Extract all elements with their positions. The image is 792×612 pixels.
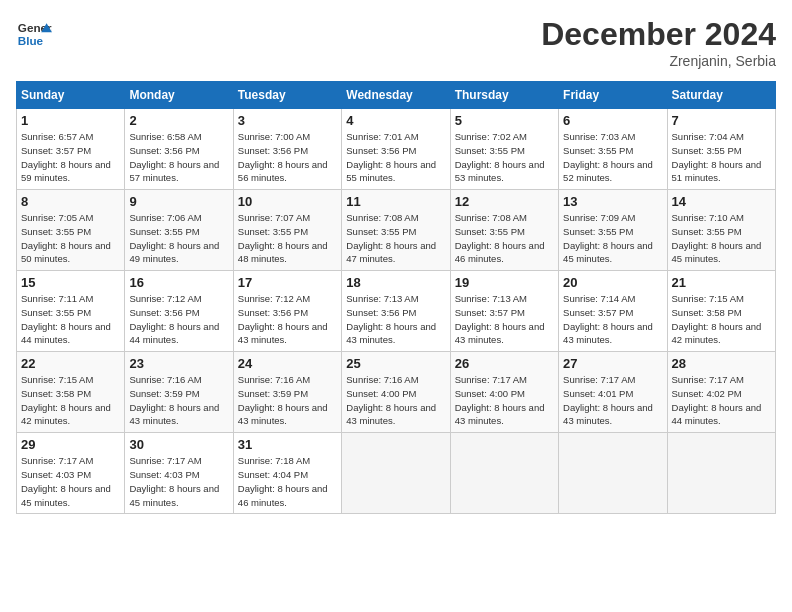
day-info: Sunrise: 7:15 AMSunset: 3:58 PMDaylight:…	[672, 292, 771, 347]
day-cell-28: 28Sunrise: 7:17 AMSunset: 4:02 PMDayligh…	[667, 352, 775, 433]
day-number: 9	[129, 194, 228, 209]
day-cell-4: 4Sunrise: 7:01 AMSunset: 3:56 PMDaylight…	[342, 109, 450, 190]
day-info: Sunrise: 7:15 AMSunset: 3:58 PMDaylight:…	[21, 373, 120, 428]
day-cell-18: 18Sunrise: 7:13 AMSunset: 3:56 PMDayligh…	[342, 271, 450, 352]
day-cell-1: 1Sunrise: 6:57 AMSunset: 3:57 PMDaylight…	[17, 109, 125, 190]
day-info: Sunrise: 7:17 AMSunset: 4:01 PMDaylight:…	[563, 373, 662, 428]
header-wednesday: Wednesday	[342, 82, 450, 109]
day-info: Sunrise: 6:57 AMSunset: 3:57 PMDaylight:…	[21, 130, 120, 185]
empty-cell	[559, 433, 667, 514]
day-cell-3: 3Sunrise: 7:00 AMSunset: 3:56 PMDaylight…	[233, 109, 341, 190]
day-info: Sunrise: 7:11 AMSunset: 3:55 PMDaylight:…	[21, 292, 120, 347]
header-monday: Monday	[125, 82, 233, 109]
day-cell-24: 24Sunrise: 7:16 AMSunset: 3:59 PMDayligh…	[233, 352, 341, 433]
day-number: 8	[21, 194, 120, 209]
day-number: 28	[672, 356, 771, 371]
day-number: 22	[21, 356, 120, 371]
day-number: 24	[238, 356, 337, 371]
empty-cell	[342, 433, 450, 514]
day-number: 18	[346, 275, 445, 290]
day-info: Sunrise: 7:18 AMSunset: 4:04 PMDaylight:…	[238, 454, 337, 509]
day-info: Sunrise: 7:03 AMSunset: 3:55 PMDaylight:…	[563, 130, 662, 185]
day-info: Sunrise: 7:12 AMSunset: 3:56 PMDaylight:…	[238, 292, 337, 347]
day-info: Sunrise: 7:13 AMSunset: 3:57 PMDaylight:…	[455, 292, 554, 347]
day-number: 3	[238, 113, 337, 128]
day-info: Sunrise: 7:14 AMSunset: 3:57 PMDaylight:…	[563, 292, 662, 347]
day-number: 16	[129, 275, 228, 290]
day-number: 11	[346, 194, 445, 209]
logo: General Blue	[16, 16, 52, 52]
day-info: Sunrise: 6:58 AMSunset: 3:56 PMDaylight:…	[129, 130, 228, 185]
week-row-2: 8Sunrise: 7:05 AMSunset: 3:55 PMDaylight…	[17, 190, 776, 271]
logo-icon: General Blue	[16, 16, 52, 52]
day-info: Sunrise: 7:16 AMSunset: 3:59 PMDaylight:…	[129, 373, 228, 428]
day-number: 5	[455, 113, 554, 128]
day-number: 12	[455, 194, 554, 209]
day-cell-25: 25Sunrise: 7:16 AMSunset: 4:00 PMDayligh…	[342, 352, 450, 433]
day-cell-17: 17Sunrise: 7:12 AMSunset: 3:56 PMDayligh…	[233, 271, 341, 352]
day-info: Sunrise: 7:17 AMSunset: 4:02 PMDaylight:…	[672, 373, 771, 428]
day-info: Sunrise: 7:17 AMSunset: 4:03 PMDaylight:…	[129, 454, 228, 509]
day-cell-20: 20Sunrise: 7:14 AMSunset: 3:57 PMDayligh…	[559, 271, 667, 352]
day-number: 26	[455, 356, 554, 371]
day-number: 27	[563, 356, 662, 371]
day-info: Sunrise: 7:06 AMSunset: 3:55 PMDaylight:…	[129, 211, 228, 266]
svg-text:Blue: Blue	[18, 34, 44, 47]
day-info: Sunrise: 7:10 AMSunset: 3:55 PMDaylight:…	[672, 211, 771, 266]
page-header: General Blue December 2024 Zrenjanin, Se…	[16, 16, 776, 69]
day-cell-6: 6Sunrise: 7:03 AMSunset: 3:55 PMDaylight…	[559, 109, 667, 190]
day-cell-15: 15Sunrise: 7:11 AMSunset: 3:55 PMDayligh…	[17, 271, 125, 352]
day-number: 2	[129, 113, 228, 128]
day-info: Sunrise: 7:08 AMSunset: 3:55 PMDaylight:…	[346, 211, 445, 266]
day-number: 21	[672, 275, 771, 290]
day-cell-14: 14Sunrise: 7:10 AMSunset: 3:55 PMDayligh…	[667, 190, 775, 271]
day-number: 19	[455, 275, 554, 290]
header-saturday: Saturday	[667, 82, 775, 109]
day-info: Sunrise: 7:04 AMSunset: 3:55 PMDaylight:…	[672, 130, 771, 185]
day-number: 23	[129, 356, 228, 371]
week-row-5: 29Sunrise: 7:17 AMSunset: 4:03 PMDayligh…	[17, 433, 776, 514]
day-cell-16: 16Sunrise: 7:12 AMSunset: 3:56 PMDayligh…	[125, 271, 233, 352]
day-cell-12: 12Sunrise: 7:08 AMSunset: 3:55 PMDayligh…	[450, 190, 558, 271]
day-info: Sunrise: 7:16 AMSunset: 4:00 PMDaylight:…	[346, 373, 445, 428]
day-cell-2: 2Sunrise: 6:58 AMSunset: 3:56 PMDaylight…	[125, 109, 233, 190]
day-cell-5: 5Sunrise: 7:02 AMSunset: 3:55 PMDaylight…	[450, 109, 558, 190]
day-info: Sunrise: 7:17 AMSunset: 4:00 PMDaylight:…	[455, 373, 554, 428]
day-number: 13	[563, 194, 662, 209]
day-cell-7: 7Sunrise: 7:04 AMSunset: 3:55 PMDaylight…	[667, 109, 775, 190]
day-cell-13: 13Sunrise: 7:09 AMSunset: 3:55 PMDayligh…	[559, 190, 667, 271]
day-cell-31: 31Sunrise: 7:18 AMSunset: 4:04 PMDayligh…	[233, 433, 341, 514]
day-info: Sunrise: 7:00 AMSunset: 3:56 PMDaylight:…	[238, 130, 337, 185]
day-info: Sunrise: 7:09 AMSunset: 3:55 PMDaylight:…	[563, 211, 662, 266]
day-info: Sunrise: 7:13 AMSunset: 3:56 PMDaylight:…	[346, 292, 445, 347]
location: Zrenjanin, Serbia	[541, 53, 776, 69]
empty-cell	[450, 433, 558, 514]
day-cell-8: 8Sunrise: 7:05 AMSunset: 3:55 PMDaylight…	[17, 190, 125, 271]
header-sunday: Sunday	[17, 82, 125, 109]
day-number: 6	[563, 113, 662, 128]
calendar-table: Sunday Monday Tuesday Wednesday Thursday…	[16, 81, 776, 514]
day-info: Sunrise: 7:08 AMSunset: 3:55 PMDaylight:…	[455, 211, 554, 266]
day-number: 31	[238, 437, 337, 452]
week-row-3: 15Sunrise: 7:11 AMSunset: 3:55 PMDayligh…	[17, 271, 776, 352]
day-number: 17	[238, 275, 337, 290]
day-cell-26: 26Sunrise: 7:17 AMSunset: 4:00 PMDayligh…	[450, 352, 558, 433]
day-number: 1	[21, 113, 120, 128]
day-cell-21: 21Sunrise: 7:15 AMSunset: 3:58 PMDayligh…	[667, 271, 775, 352]
day-number: 30	[129, 437, 228, 452]
day-number: 29	[21, 437, 120, 452]
day-number: 20	[563, 275, 662, 290]
day-cell-22: 22Sunrise: 7:15 AMSunset: 3:58 PMDayligh…	[17, 352, 125, 433]
day-info: Sunrise: 7:07 AMSunset: 3:55 PMDaylight:…	[238, 211, 337, 266]
day-cell-27: 27Sunrise: 7:17 AMSunset: 4:01 PMDayligh…	[559, 352, 667, 433]
day-number: 15	[21, 275, 120, 290]
weekday-header-row: Sunday Monday Tuesday Wednesday Thursday…	[17, 82, 776, 109]
day-number: 14	[672, 194, 771, 209]
header-friday: Friday	[559, 82, 667, 109]
header-tuesday: Tuesday	[233, 82, 341, 109]
day-info: Sunrise: 7:05 AMSunset: 3:55 PMDaylight:…	[21, 211, 120, 266]
day-number: 25	[346, 356, 445, 371]
week-row-4: 22Sunrise: 7:15 AMSunset: 3:58 PMDayligh…	[17, 352, 776, 433]
day-cell-9: 9Sunrise: 7:06 AMSunset: 3:55 PMDaylight…	[125, 190, 233, 271]
month-title: December 2024	[541, 16, 776, 53]
